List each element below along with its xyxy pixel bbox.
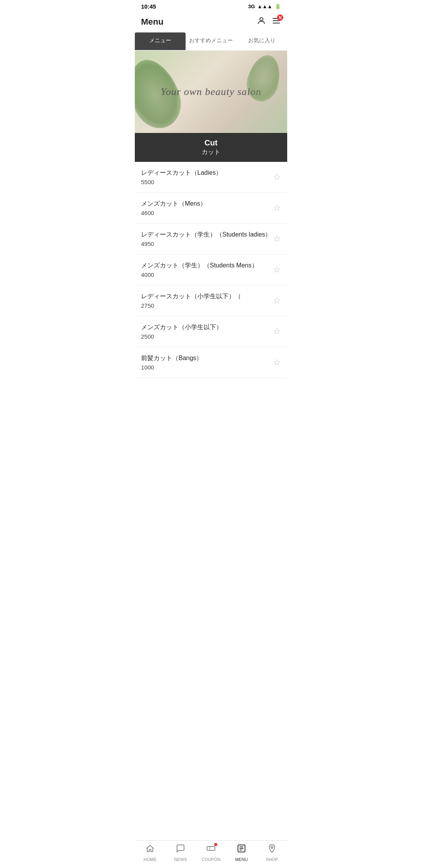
menu-item-price: 5500 — [141, 179, 222, 185]
page-title: Menu — [141, 17, 163, 27]
header: Menu N — [135, 13, 287, 32]
menu-item-price: 4950 — [141, 240, 271, 247]
menu-item-price: 4600 — [141, 210, 206, 216]
menu-item-info: メンズカット（学生）（Students Mens） 4000 — [141, 262, 258, 278]
tab-favorites[interactable]: お気に入り — [236, 32, 287, 50]
content-area: Your own beauty salon Cut カット レディースカット（L… — [135, 51, 287, 409]
hero-overlay: Your own beauty salon — [135, 51, 287, 133]
favorite-button[interactable]: ☆ — [273, 357, 281, 368]
news-icon — [176, 844, 185, 855]
nav-shop-label: SHOP — [266, 857, 278, 862]
nav-menu-label: MENU — [235, 857, 248, 862]
tab-bar: メニュー おすすめメニュー お気に入り — [135, 32, 287, 51]
menu-item-5[interactable]: レディースカット（小学生以下）（ 2750 ☆ — [135, 285, 287, 316]
nav-home[interactable]: HOME — [135, 844, 165, 862]
menu-item-4[interactable]: メンズカット（学生）（Students Mens） 4000 ☆ — [135, 255, 287, 285]
svg-rect-4 — [207, 846, 215, 850]
nav-news-label: NEWS — [174, 857, 187, 862]
coupon-dot — [214, 843, 217, 846]
home-icon — [145, 844, 155, 855]
menu-item-info: レディースカット（Ladies） 5500 — [141, 169, 222, 185]
svg-point-0 — [260, 18, 263, 21]
battery-icon: 🔋 — [275, 4, 281, 9]
status-bar: 10:45 3G ▲▲▲ 🔋 — [135, 0, 287, 13]
menu-item-2[interactable]: メンズカット（Mens） 4600 ☆ — [135, 193, 287, 224]
menu-list: レディースカット（Ladies） 5500 ☆ メンズカット（Mens） 460… — [135, 162, 287, 378]
nav-coupon[interactable]: COUPON — [196, 844, 226, 862]
status-time: 10:45 — [141, 3, 156, 10]
section-title-ja: カット — [140, 148, 282, 156]
menu-item-name: レディースカット（学生）（Students ladies） — [141, 231, 271, 239]
menu-item-info: メンズカット（小学生以下） 2500 — [141, 323, 222, 340]
favorite-button[interactable]: ☆ — [273, 265, 281, 275]
menu-item-info: 前髪カット（Bangs） 1000 — [141, 354, 202, 371]
menu-item-name: メンズカット（小学生以下） — [141, 323, 222, 332]
menu-item-price: 2750 — [141, 302, 241, 309]
menu-item-name: メンズカット（学生）（Students Mens） — [141, 262, 258, 270]
menu-item-name: メンズカット（Mens） — [141, 200, 206, 208]
menu-item-info: レディースカット（学生）（Students ladies） 4950 — [141, 231, 271, 247]
menu-item-price: 4000 — [141, 271, 258, 278]
header-actions: N — [257, 16, 281, 28]
notification-badge: N — [277, 14, 283, 21]
hero-text: Your own beauty salon — [161, 86, 261, 98]
coupon-icon — [206, 844, 216, 855]
signal-bars-icon: ▲▲▲ — [257, 4, 272, 9]
menu-item-7[interactable]: 前髪カット（Bangs） 1000 ☆ — [135, 347, 287, 378]
nav-news[interactable]: NEWS — [165, 844, 196, 862]
profile-icon[interactable] — [257, 16, 266, 28]
favorite-button[interactable]: ☆ — [273, 296, 281, 306]
menu-item-info: メンズカット（Mens） 4600 — [141, 200, 206, 216]
status-icons: 3G ▲▲▲ 🔋 — [248, 4, 281, 9]
menu-item-1[interactable]: レディースカット（Ladies） 5500 ☆ — [135, 162, 287, 193]
nav-shop[interactable]: SHOP — [257, 844, 287, 862]
favorite-button[interactable]: ☆ — [273, 203, 281, 213]
hero-banner: Your own beauty salon — [135, 51, 287, 133]
menu-item-price: 1000 — [141, 364, 202, 371]
menu-item-name: 前髪カット（Bangs） — [141, 354, 202, 362]
section-title-en: Cut — [140, 138, 282, 147]
signal-icon: 3G — [248, 4, 255, 9]
menu-item-name: レディースカット（Ladies） — [141, 169, 222, 177]
menu-item-info: レディースカット（小学生以下）（ 2750 — [141, 292, 241, 309]
tab-menu[interactable]: メニュー — [135, 32, 186, 50]
menu-item-6[interactable]: メンズカット（小学生以下） 2500 ☆ — [135, 316, 287, 347]
svg-point-10 — [271, 846, 273, 848]
favorite-button[interactable]: ☆ — [273, 326, 281, 337]
menu-item-3[interactable]: レディースカット（学生）（Students ladies） 4950 ☆ — [135, 224, 287, 255]
favorite-button[interactable]: ☆ — [273, 234, 281, 244]
nav-coupon-label: COUPON — [202, 857, 220, 862]
menu-book-icon — [237, 844, 246, 855]
favorite-button[interactable]: ☆ — [273, 172, 281, 182]
nav-home-label: HOME — [144, 857, 157, 862]
menu-icon[interactable]: N — [272, 16, 281, 28]
menu-item-price: 2500 — [141, 333, 222, 340]
tab-recommended[interactable]: おすすめメニュー — [186, 32, 236, 50]
section-header: Cut カット — [135, 133, 287, 162]
menu-item-name: レディースカット（小学生以下）（ — [141, 292, 241, 301]
bottom-navigation: HOME NEWS COUPON MENU — [135, 840, 287, 868]
shop-icon — [267, 844, 277, 855]
nav-menu[interactable]: MENU — [226, 844, 257, 862]
